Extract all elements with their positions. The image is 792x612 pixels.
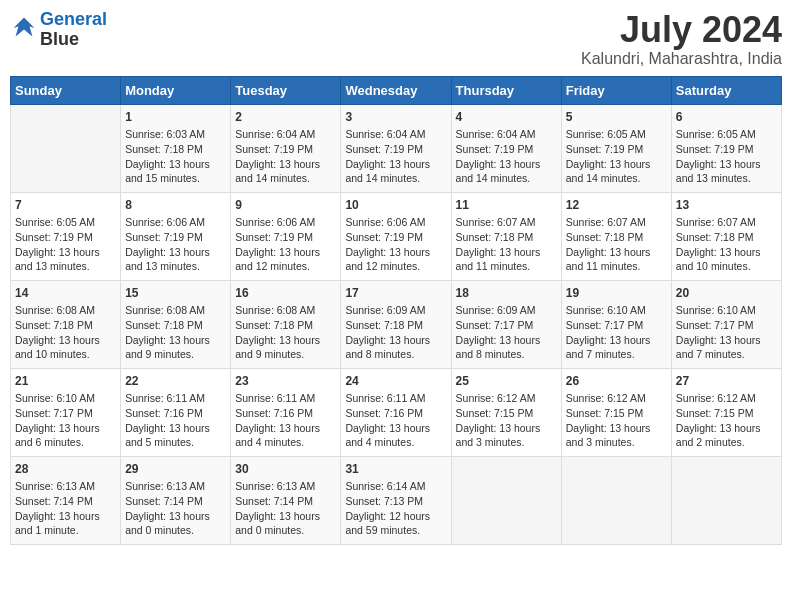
day-number: 6 bbox=[676, 109, 777, 126]
table-row: 10Sunrise: 6:06 AMSunset: 7:19 PMDayligh… bbox=[341, 192, 451, 280]
table-row: 29Sunrise: 6:13 AMSunset: 7:14 PMDayligh… bbox=[121, 456, 231, 544]
table-row bbox=[561, 456, 671, 544]
day-number: 22 bbox=[125, 373, 226, 390]
table-row: 11Sunrise: 6:07 AMSunset: 7:18 PMDayligh… bbox=[451, 192, 561, 280]
day-number: 9 bbox=[235, 197, 336, 214]
day-info: Sunrise: 6:05 AMSunset: 7:19 PMDaylight:… bbox=[566, 127, 667, 186]
header-tuesday: Tuesday bbox=[231, 76, 341, 104]
day-number: 31 bbox=[345, 461, 446, 478]
day-number: 11 bbox=[456, 197, 557, 214]
day-info: Sunrise: 6:11 AMSunset: 7:16 PMDaylight:… bbox=[125, 391, 226, 450]
calendar-table: Sunday Monday Tuesday Wednesday Thursday… bbox=[10, 76, 782, 545]
day-number: 12 bbox=[566, 197, 667, 214]
table-row: 27Sunrise: 6:12 AMSunset: 7:15 PMDayligh… bbox=[671, 368, 781, 456]
table-row: 4Sunrise: 6:04 AMSunset: 7:19 PMDaylight… bbox=[451, 104, 561, 192]
table-row: 5Sunrise: 6:05 AMSunset: 7:19 PMDaylight… bbox=[561, 104, 671, 192]
day-info: Sunrise: 6:13 AMSunset: 7:14 PMDaylight:… bbox=[15, 479, 116, 538]
day-info: Sunrise: 6:08 AMSunset: 7:18 PMDaylight:… bbox=[125, 303, 226, 362]
table-row: 1Sunrise: 6:03 AMSunset: 7:18 PMDaylight… bbox=[121, 104, 231, 192]
header-friday: Friday bbox=[561, 76, 671, 104]
table-row: 19Sunrise: 6:10 AMSunset: 7:17 PMDayligh… bbox=[561, 280, 671, 368]
table-row: 16Sunrise: 6:08 AMSunset: 7:18 PMDayligh… bbox=[231, 280, 341, 368]
day-number: 24 bbox=[345, 373, 446, 390]
day-info: Sunrise: 6:08 AMSunset: 7:18 PMDaylight:… bbox=[15, 303, 116, 362]
day-number: 7 bbox=[15, 197, 116, 214]
day-number: 21 bbox=[15, 373, 116, 390]
calendar-week-row: 14Sunrise: 6:08 AMSunset: 7:18 PMDayligh… bbox=[11, 280, 782, 368]
day-info: Sunrise: 6:05 AMSunset: 7:19 PMDaylight:… bbox=[15, 215, 116, 274]
day-number: 5 bbox=[566, 109, 667, 126]
calendar-week-row: 28Sunrise: 6:13 AMSunset: 7:14 PMDayligh… bbox=[11, 456, 782, 544]
table-row bbox=[671, 456, 781, 544]
table-row: 9Sunrise: 6:06 AMSunset: 7:19 PMDaylight… bbox=[231, 192, 341, 280]
day-number: 17 bbox=[345, 285, 446, 302]
day-number: 14 bbox=[15, 285, 116, 302]
day-number: 19 bbox=[566, 285, 667, 302]
day-number: 30 bbox=[235, 461, 336, 478]
table-row: 15Sunrise: 6:08 AMSunset: 7:18 PMDayligh… bbox=[121, 280, 231, 368]
table-row: 22Sunrise: 6:11 AMSunset: 7:16 PMDayligh… bbox=[121, 368, 231, 456]
table-row: 23Sunrise: 6:11 AMSunset: 7:16 PMDayligh… bbox=[231, 368, 341, 456]
calendar-header-row: Sunday Monday Tuesday Wednesday Thursday… bbox=[11, 76, 782, 104]
day-info: Sunrise: 6:07 AMSunset: 7:18 PMDaylight:… bbox=[566, 215, 667, 274]
day-number: 10 bbox=[345, 197, 446, 214]
day-number: 13 bbox=[676, 197, 777, 214]
day-number: 2 bbox=[235, 109, 336, 126]
day-info: Sunrise: 6:03 AMSunset: 7:18 PMDaylight:… bbox=[125, 127, 226, 186]
day-info: Sunrise: 6:10 AMSunset: 7:17 PMDaylight:… bbox=[15, 391, 116, 450]
table-row: 2Sunrise: 6:04 AMSunset: 7:19 PMDaylight… bbox=[231, 104, 341, 192]
day-info: Sunrise: 6:06 AMSunset: 7:19 PMDaylight:… bbox=[345, 215, 446, 274]
day-info: Sunrise: 6:10 AMSunset: 7:17 PMDaylight:… bbox=[566, 303, 667, 362]
day-number: 23 bbox=[235, 373, 336, 390]
day-info: Sunrise: 6:08 AMSunset: 7:18 PMDaylight:… bbox=[235, 303, 336, 362]
table-row: 13Sunrise: 6:07 AMSunset: 7:18 PMDayligh… bbox=[671, 192, 781, 280]
table-row: 6Sunrise: 6:05 AMSunset: 7:19 PMDaylight… bbox=[671, 104, 781, 192]
page-header: GeneralBlue July 2024 Kalundri, Maharash… bbox=[10, 10, 782, 68]
header-saturday: Saturday bbox=[671, 76, 781, 104]
day-number: 16 bbox=[235, 285, 336, 302]
table-row: 26Sunrise: 6:12 AMSunset: 7:15 PMDayligh… bbox=[561, 368, 671, 456]
calendar-week-row: 7Sunrise: 6:05 AMSunset: 7:19 PMDaylight… bbox=[11, 192, 782, 280]
day-number: 26 bbox=[566, 373, 667, 390]
logo: GeneralBlue bbox=[10, 10, 107, 50]
day-number: 18 bbox=[456, 285, 557, 302]
day-info: Sunrise: 6:06 AMSunset: 7:19 PMDaylight:… bbox=[235, 215, 336, 274]
calendar-week-row: 21Sunrise: 6:10 AMSunset: 7:17 PMDayligh… bbox=[11, 368, 782, 456]
day-info: Sunrise: 6:09 AMSunset: 7:18 PMDaylight:… bbox=[345, 303, 446, 362]
day-info: Sunrise: 6:04 AMSunset: 7:19 PMDaylight:… bbox=[235, 127, 336, 186]
table-row bbox=[451, 456, 561, 544]
table-row: 3Sunrise: 6:04 AMSunset: 7:19 PMDaylight… bbox=[341, 104, 451, 192]
day-info: Sunrise: 6:05 AMSunset: 7:19 PMDaylight:… bbox=[676, 127, 777, 186]
table-row bbox=[11, 104, 121, 192]
day-info: Sunrise: 6:06 AMSunset: 7:19 PMDaylight:… bbox=[125, 215, 226, 274]
logo-text: GeneralBlue bbox=[40, 10, 107, 50]
day-number: 29 bbox=[125, 461, 226, 478]
day-number: 28 bbox=[15, 461, 116, 478]
title-area: July 2024 Kalundri, Maharashtra, India bbox=[581, 10, 782, 68]
table-row: 31Sunrise: 6:14 AMSunset: 7:13 PMDayligh… bbox=[341, 456, 451, 544]
day-info: Sunrise: 6:04 AMSunset: 7:19 PMDaylight:… bbox=[456, 127, 557, 186]
month-title: July 2024 bbox=[581, 10, 782, 50]
table-row: 8Sunrise: 6:06 AMSunset: 7:19 PMDaylight… bbox=[121, 192, 231, 280]
day-info: Sunrise: 6:11 AMSunset: 7:16 PMDaylight:… bbox=[345, 391, 446, 450]
svg-marker-0 bbox=[14, 17, 35, 36]
day-info: Sunrise: 6:12 AMSunset: 7:15 PMDaylight:… bbox=[566, 391, 667, 450]
day-number: 27 bbox=[676, 373, 777, 390]
table-row: 30Sunrise: 6:13 AMSunset: 7:14 PMDayligh… bbox=[231, 456, 341, 544]
day-info: Sunrise: 6:13 AMSunset: 7:14 PMDaylight:… bbox=[235, 479, 336, 538]
day-info: Sunrise: 6:13 AMSunset: 7:14 PMDaylight:… bbox=[125, 479, 226, 538]
day-info: Sunrise: 6:07 AMSunset: 7:18 PMDaylight:… bbox=[456, 215, 557, 274]
day-info: Sunrise: 6:10 AMSunset: 7:17 PMDaylight:… bbox=[676, 303, 777, 362]
logo-icon bbox=[10, 14, 38, 42]
day-info: Sunrise: 6:12 AMSunset: 7:15 PMDaylight:… bbox=[676, 391, 777, 450]
table-row: 12Sunrise: 6:07 AMSunset: 7:18 PMDayligh… bbox=[561, 192, 671, 280]
day-number: 25 bbox=[456, 373, 557, 390]
header-wednesday: Wednesday bbox=[341, 76, 451, 104]
header-thursday: Thursday bbox=[451, 76, 561, 104]
day-number: 15 bbox=[125, 285, 226, 302]
day-number: 3 bbox=[345, 109, 446, 126]
table-row: 7Sunrise: 6:05 AMSunset: 7:19 PMDaylight… bbox=[11, 192, 121, 280]
day-info: Sunrise: 6:04 AMSunset: 7:19 PMDaylight:… bbox=[345, 127, 446, 186]
day-info: Sunrise: 6:14 AMSunset: 7:13 PMDaylight:… bbox=[345, 479, 446, 538]
table-row: 20Sunrise: 6:10 AMSunset: 7:17 PMDayligh… bbox=[671, 280, 781, 368]
